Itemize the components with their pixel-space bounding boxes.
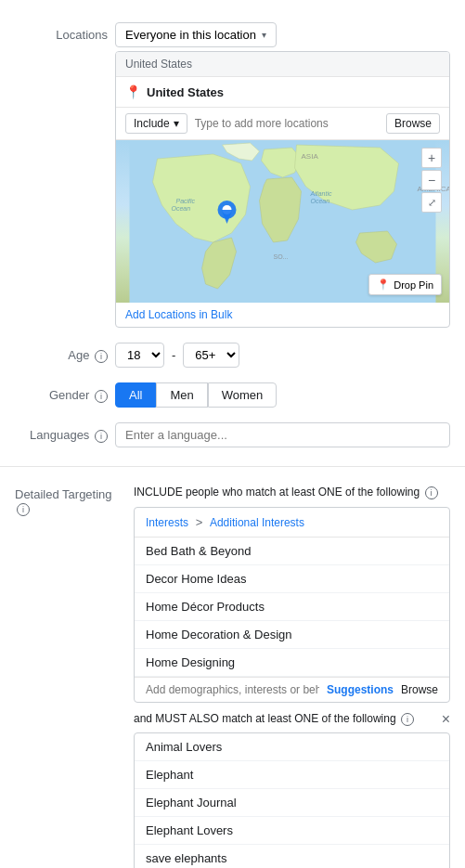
must-also-item: Animal Lovers [135, 733, 449, 761]
must-also-item: Elephant [135, 761, 449, 789]
additional-interests-link[interactable]: Additional Interests [210, 516, 304, 529]
must-also-info-icon[interactable]: i [401, 713, 414, 726]
targeting-desc: INCLUDE people who match at least ONE of… [134, 486, 450, 499]
add-locations-input[interactable] [195, 117, 379, 130]
age-row: Age i 18 - 65+ [0, 335, 465, 375]
must-also-section: and MUST ALSO match at least ONE of the … [134, 712, 450, 868]
gender-women-btn[interactable]: Women [208, 382, 278, 408]
include-arrow-icon: ▾ [174, 117, 179, 130]
must-also-desc: and MUST ALSO match at least ONE of the … [134, 712, 414, 726]
age-min-select[interactable]: 18 [115, 343, 164, 368]
detailed-targeting-row: Detailed Targeting i INCLUDE people who … [0, 478, 465, 868]
drop-pin-btn[interactable]: 📍 Drop Pin [368, 274, 442, 295]
interests-box: Interests > Additional Interests Bed Bat… [134, 507, 450, 703]
gender-men-btn[interactable]: Men [156, 382, 207, 408]
add-locations-bulk-link[interactable]: Add Locations in Bulk [116, 303, 449, 327]
locations-label: Locations [15, 22, 108, 42]
map-controls: + − ⤢ [421, 148, 442, 213]
must-also-item: save elephants [135, 845, 449, 868]
map-container: Pacific Ocean Atlantic Ocean ASIA North … [116, 140, 449, 303]
locations-row: Locations Everyone in this location ▾ Un… [0, 15, 465, 335]
location-dropdown-label: Everyone in this location [125, 28, 256, 42]
locations-browse-btn[interactable]: Browse [386, 113, 440, 134]
locations-content: Everyone in this location ▾ United State… [115, 22, 450, 328]
drop-pin-label: Drop Pin [394, 279, 433, 291]
age-max-select[interactable]: 65+ [183, 343, 239, 368]
gender-info-icon[interactable]: i [95, 390, 108, 403]
include-label: Include [134, 117, 170, 130]
location-box-header: United States [116, 52, 449, 77]
divider [0, 466, 465, 467]
age-label: Age i [15, 343, 108, 363]
location-dropdown-btn[interactable]: Everyone in this location ▾ [115, 22, 277, 47]
age-dash: - [168, 348, 179, 362]
add-interests-input[interactable] [146, 683, 319, 696]
svg-text:Ocean: Ocean [172, 205, 191, 212]
must-also-item: Elephant Lovers [135, 817, 449, 845]
interests-link[interactable]: Interests [146, 516, 188, 529]
interests-header: Interests > Additional Interests [135, 508, 449, 538]
location-pin-icon: 📍 [125, 84, 141, 99]
must-also-header: and MUST ALSO match at least ONE of the … [134, 712, 450, 727]
location-tag-name: United States [147, 85, 224, 99]
languages-row: Languages i [0, 415, 465, 455]
targeting-content: INCLUDE people who match at least ONE of… [134, 486, 450, 868]
must-also-box: Animal Lovers Elephant Elephant Journal … [134, 732, 450, 868]
gender-label: Gender i [15, 382, 108, 403]
map-expand-btn[interactable]: ⤢ [421, 192, 442, 213]
separator: > [196, 515, 206, 529]
drop-pin-icon: 📍 [377, 279, 390, 291]
targeting-desc-info-icon[interactable]: i [425, 486, 438, 499]
chevron-down-icon: ▾ [262, 30, 266, 40]
location-box: United States 📍 United States Include ▾ … [115, 51, 450, 328]
gender-button-group: All Men Women [115, 382, 450, 408]
include-row: Include ▾ Browse [116, 108, 449, 140]
suggestions-btn[interactable]: Suggestions [327, 683, 394, 696]
svg-text:Pacific: Pacific [176, 198, 196, 204]
interest-item: Decor Home Ideas [135, 565, 449, 593]
interests-browse-btn[interactable]: Browse [401, 683, 438, 696]
interest-item: Home Decoration & Design [135, 621, 449, 649]
interest-item: Home Designing [135, 649, 449, 677]
map-zoom-out-btn[interactable]: − [421, 170, 442, 190]
must-also-close-icon[interactable]: × [442, 712, 450, 727]
gender-content: All Men Women [115, 382, 450, 408]
gender-row: Gender i All Men Women [0, 375, 465, 415]
detailed-targeting-label: Detailed Targeting i [15, 486, 126, 516]
detailed-targeting-info-icon[interactable]: i [17, 503, 30, 516]
interest-item: Home Décor Products [135, 593, 449, 621]
interest-item: Bed Bath & Beyond [135, 538, 449, 565]
svg-text:Atlantic: Atlantic [310, 190, 332, 197]
languages-info-icon[interactable]: i [95, 430, 108, 443]
age-content: 18 - 65+ [115, 343, 450, 368]
gender-all-btn[interactable]: All [115, 382, 156, 408]
svg-text:SO...: SO... [274, 253, 289, 260]
add-more-row: Suggestions Browse [135, 677, 449, 702]
languages-label: Languages i [15, 422, 108, 443]
include-dropdown-btn[interactable]: Include ▾ [125, 113, 187, 134]
languages-content [115, 422, 450, 447]
svg-text:ASIA: ASIA [302, 152, 319, 161]
languages-input[interactable] [115, 422, 450, 447]
must-also-item: Elephant Journal [135, 789, 449, 817]
svg-text:Ocean: Ocean [311, 198, 330, 204]
age-info-icon[interactable]: i [95, 350, 108, 363]
location-tag: 📍 United States [116, 77, 449, 108]
map-zoom-in-btn[interactable]: + [421, 148, 442, 168]
